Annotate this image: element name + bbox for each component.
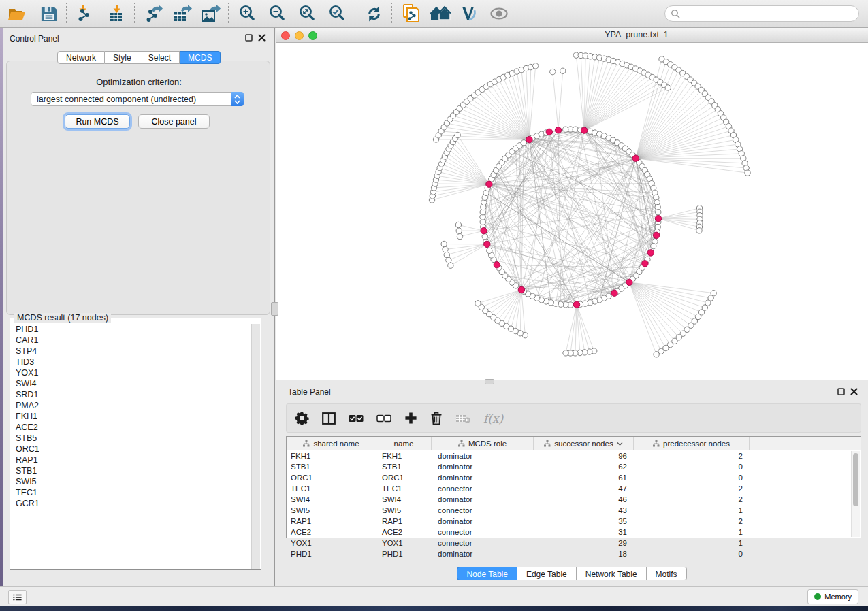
tab-network[interactable]: Network <box>57 51 105 64</box>
network-window-title: YPA_prune.txt_1 <box>568 30 705 39</box>
mcds-result-item[interactable]: SWI5 <box>11 476 252 487</box>
tab-mcds[interactable]: MCDS <box>180 51 221 64</box>
table-cell: 96 <box>534 450 634 461</box>
mcds-result-item[interactable]: YOX1 <box>11 367 252 378</box>
mcds-result-item[interactable]: STP4 <box>11 346 252 357</box>
function-builder-button[interactable]: f(x) <box>483 408 503 429</box>
mcds-result-item[interactable]: PMA2 <box>11 400 252 411</box>
show-all-button[interactable] <box>428 1 453 26</box>
close-window-icon[interactable] <box>281 31 290 40</box>
add-button[interactable] <box>404 408 417 429</box>
mcds-result-item[interactable]: SWI4 <box>11 378 252 389</box>
table-row[interactable]: STB1STB1dominator620 <box>287 461 861 472</box>
mcds-result-item[interactable]: SRD1 <box>11 389 252 400</box>
mcds-result-item[interactable]: TID3 <box>11 357 252 367</box>
close-panel-icon[interactable] <box>850 388 858 395</box>
table-row[interactable]: PHD1PHD1dominator180 <box>287 548 861 559</box>
column-settings-button[interactable] <box>295 408 309 429</box>
status-bar: Memory <box>0 586 868 606</box>
close-panel-icon[interactable] <box>258 34 266 42</box>
mcds-list-scrollbar[interactable] <box>251 324 260 569</box>
memory-button[interactable]: Memory <box>807 589 858 604</box>
table-row[interactable]: YOX1YOX1connector291 <box>287 538 861 548</box>
mcds-result-item[interactable]: FKH1 <box>11 411 252 422</box>
desktop-wallpaper-strip <box>0 606 868 611</box>
table-cell: ACE2 <box>376 527 432 538</box>
tab-select[interactable]: Select <box>140 51 180 64</box>
search-box[interactable] <box>664 5 859 22</box>
mcds-result-item[interactable]: STB5 <box>11 433 252 444</box>
vertical-splitter-handle[interactable] <box>271 302 278 316</box>
table-row[interactable]: SWI5SWI5connector431 <box>287 505 861 516</box>
mcds-result-item[interactable]: GCR1 <box>11 498 252 509</box>
criterion-dropdown[interactable]: largest connected component (undirected) <box>31 92 244 106</box>
open-file-button[interactable] <box>4 1 30 26</box>
delete-button[interactable] <box>430 408 443 429</box>
tab-motifs[interactable]: Motifs <box>647 567 687 580</box>
table-row[interactable]: FKH1FKH1dominator962 <box>287 450 861 461</box>
table-row[interactable]: TEC1TEC1connector472 <box>287 483 861 494</box>
network-window-titlebar[interactable]: YPA_prune.txt_1 <box>276 28 868 43</box>
table-cell: 2 <box>634 516 750 527</box>
column-header[interactable]: name <box>376 437 432 450</box>
horizontal-splitter-handle[interactable] <box>485 379 494 384</box>
tab-edge-table[interactable]: Edge Table <box>517 567 577 580</box>
column-header[interactable]: shared name <box>287 437 376 450</box>
column-header[interactable]: successor nodes <box>534 437 634 450</box>
table-scrollbar-thumb[interactable] <box>853 453 858 506</box>
float-window-icon[interactable] <box>837 388 845 395</box>
table-row[interactable]: SWI4SWI4dominator462 <box>287 494 861 505</box>
column-header[interactable]: MCDS role <box>432 437 534 450</box>
zoom-in-button[interactable] <box>234 1 260 26</box>
mcds-result-list[interactable]: PHD1CAR1STP4TID3YOX1SWI4SRD1PMA2FKH1ACE2… <box>11 324 252 569</box>
table-cell: RAP1 <box>376 516 432 527</box>
mcds-result-item[interactable]: RAP1 <box>11 455 252 465</box>
delete-table-button[interactable] <box>455 408 470 429</box>
table-row[interactable]: ACE2ACE2connector311 <box>287 527 861 538</box>
tab-network-table[interactable]: Network Table <box>577 567 647 580</box>
zoom-selected-icon <box>327 4 347 23</box>
mcds-result-item[interactable]: ORC1 <box>11 444 252 455</box>
clone-network-button[interactable] <box>398 1 423 26</box>
task-history-button[interactable] <box>8 590 27 604</box>
float-window-icon[interactable] <box>245 34 253 42</box>
close-panel-button[interactable]: Close panel <box>138 114 210 129</box>
table-cell: dominator <box>432 548 534 559</box>
export-table-button[interactable] <box>169 1 195 26</box>
export-table-icon <box>172 4 192 23</box>
export-network-button[interactable] <box>140 1 166 26</box>
apply-layout-button[interactable] <box>361 1 387 26</box>
zoom-fit-button[interactable] <box>294 1 320 26</box>
maximize-window-icon[interactable] <box>308 31 317 40</box>
satellite-nodes[interactable] <box>429 52 750 357</box>
checked-boxes-icon <box>349 414 364 423</box>
network-graph[interactable] <box>276 43 868 380</box>
mcds-result-item[interactable]: ACE2 <box>11 422 252 433</box>
show-hide-columns-button[interactable] <box>322 408 336 429</box>
table-scrollbar[interactable] <box>851 451 860 537</box>
export-image-button[interactable] <box>197 1 223 26</box>
import-table-button[interactable] <box>103 1 129 26</box>
mcds-result-item[interactable]: STB1 <box>11 465 252 476</box>
column-header[interactable]: predecessor nodes <box>634 437 750 450</box>
mcds-result-item[interactable]: CAR1 <box>11 335 252 346</box>
table-row[interactable]: RAP1RAP1dominator352 <box>287 516 861 527</box>
eye-icon <box>489 5 509 22</box>
minimize-window-icon[interactable] <box>295 31 304 40</box>
search-input[interactable] <box>684 8 853 19</box>
deselect-all-button[interactable] <box>376 408 391 429</box>
mcds-result-item[interactable]: TEC1 <box>11 487 252 498</box>
import-network-button[interactable] <box>72 1 98 26</box>
visual-style-button[interactable] <box>456 1 482 26</box>
zoom-selected-button[interactable] <box>324 1 350 26</box>
tab-style[interactable]: Style <box>105 51 140 64</box>
run-mcds-button[interactable]: Run MCDS <box>65 114 130 129</box>
network-canvas[interactable] <box>276 43 868 380</box>
tab-node-table[interactable]: Node Table <box>457 567 517 580</box>
select-all-button[interactable] <box>349 408 364 429</box>
zoom-out-button[interactable] <box>264 1 290 26</box>
hide-selected-button[interactable] <box>486 1 512 26</box>
save-session-button[interactable] <box>35 1 61 26</box>
table-row[interactable]: ORC1ORC1dominator610 <box>287 472 861 483</box>
mcds-result-item[interactable]: PHD1 <box>11 324 252 335</box>
